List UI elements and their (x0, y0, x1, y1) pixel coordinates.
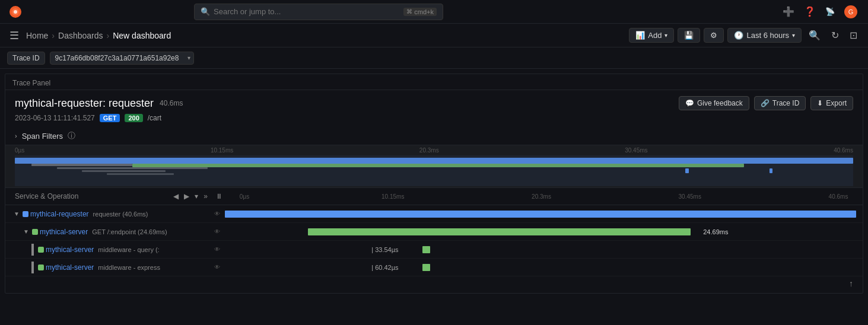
export-button[interactable]: ⬇ Export (810, 96, 853, 110)
pause-button[interactable]: ⏸ (213, 192, 225, 201)
save-button[interactable]: 💾 (678, 28, 700, 43)
give-feedback-button[interactable]: 💬 Give feedback (679, 96, 749, 110)
service-color-dot-3 (38, 247, 44, 253)
tick-4: 40.6ms (834, 147, 853, 154)
trace-row-bar-1 (225, 205, 863, 222)
panel-path: /cart (148, 114, 161, 122)
time-range-button[interactable]: 🕐 Last 6 hours ▾ (727, 28, 802, 43)
avatar: G (844, 5, 857, 18)
minimap-canvas (15, 155, 853, 186)
trace-id-button[interactable]: 🔗 Trace ID (754, 96, 806, 110)
breadcrumb: Home › Dashboards › New dashboard (26, 31, 171, 40)
span-bar-1 (225, 211, 856, 218)
add-topbar-button[interactable]: ➕ (779, 4, 798, 20)
feedback-icon: 💬 (685, 99, 694, 107)
indent-bar-4 (31, 262, 34, 273)
trace-id-label: Trace ID (772, 99, 800, 107)
shortcut-icon: ⌘ (406, 8, 412, 15)
breadcrumb-dashboards[interactable]: Dashboards (58, 31, 103, 40)
service-color-dot-2 (32, 229, 38, 235)
export-label: Export (826, 99, 847, 107)
expand-button[interactable]: ⊡ (846, 28, 861, 43)
eye-icon-2[interactable]: 👁 (214, 228, 220, 235)
breadcrumb-home[interactable]: Home (26, 31, 48, 40)
service-name-2: mythical-server (40, 228, 88, 236)
service-color-dot-4 (38, 265, 44, 270)
breadcrumb-sep-1: › (52, 31, 55, 40)
timeline-tick-2: 20.3ms (527, 193, 557, 200)
chevron-down-icon: ▾ (664, 32, 667, 39)
col-controls: ◀ ▶ ▾ » (171, 192, 209, 201)
feedback-label: Give feedback (697, 99, 743, 107)
panel-duration: 40.6ms (160, 99, 183, 107)
save-icon: 💾 (684, 31, 694, 40)
gear-icon: ⚙ (710, 31, 717, 40)
avatar-button[interactable]: G (841, 3, 861, 21)
main-content: Trace Panel mythical-requester: requeste… (0, 74, 868, 294)
col-ctrl-right[interactable]: ▶ (182, 192, 191, 201)
collapse-btn-2[interactable]: ▼ (22, 228, 30, 235)
eye-icon-1[interactable]: 👁 (214, 211, 220, 217)
col-ctrl-left[interactable]: ◀ (171, 192, 180, 201)
trace-id-filter-label: Trace ID (7, 52, 45, 65)
service-op-1: requester (40.6ms) (93, 211, 148, 218)
eye-icon-3[interactable]: 👁 (214, 246, 220, 253)
eye-icon-4[interactable]: 👁 (214, 264, 220, 270)
timeline-tick-0: 0µs (230, 193, 259, 200)
help-button[interactable]: ❓ (800, 4, 819, 20)
service-op-2: GET /:endpoint (24.69ms) (92, 228, 167, 235)
menu-button[interactable]: ☰ (7, 27, 21, 44)
tick-3: 30.45ms (625, 147, 647, 154)
service-op-3: middleware - query (: (98, 246, 159, 253)
add-button[interactable]: 📊 Add ▾ (629, 28, 674, 43)
panel-wrapper: Trace Panel mythical-requester: requeste… (5, 74, 863, 294)
chart-icon: 📊 (635, 31, 645, 40)
search-shortcut: ⌘ cmd+k (403, 8, 437, 16)
breadcrumb-sep-2: › (107, 31, 110, 40)
tick-0: 0µs (15, 147, 24, 154)
topbar-right: ➕ ❓ 📡 G (779, 3, 861, 21)
panel-meta: 2023-06-13 11:11:41.527 GET 200 /cart (5, 113, 863, 127)
svg-point-2 (14, 10, 17, 14)
export-icon: ⬇ (817, 99, 823, 107)
trace-row-bar-3: | 33.54µs (225, 241, 863, 258)
scroll-indicator: ↑ (5, 276, 863, 288)
panel-actions: 💬 Give feedback 🔗 Trace ID ⬇ Export (679, 96, 853, 110)
col-ctrl-down[interactable]: ▾ (193, 192, 200, 201)
service-op-4: middleware - express (98, 264, 160, 271)
time-range-label: Last 6 hours (746, 31, 789, 40)
span-bar-2 (308, 228, 691, 235)
panel-header-label: Trace Panel (12, 79, 50, 87)
table-row: ▼ mythical-server GET /:endpoint (24.69m… (5, 223, 863, 241)
col-ctrl-end[interactable]: » (202, 192, 209, 201)
news-button[interactable]: 📡 (822, 5, 838, 18)
tick-1: 10.15ms (211, 147, 233, 154)
filterbar: Trace ID 9c17a66db08f27c3a1a0771a651a92e… (0, 47, 868, 69)
span-filters-expand[interactable]: › (15, 132, 17, 139)
service-name-1: mythical-requester (30, 210, 89, 218)
collapse-btn-1[interactable]: ▼ (12, 211, 21, 217)
zoom-out-button[interactable]: 🔍 (805, 28, 824, 43)
trace-row-service-4: mythical-server middleware - express 👁 (5, 262, 225, 273)
trace-id-select[interactable]: 9c17a66db08f27c3a1a0771a651a92e8 (50, 52, 194, 65)
refresh-button[interactable]: ↻ (828, 28, 842, 43)
table-row: mythical-server middleware - express 👁 |… (5, 259, 863, 276)
chevron-down-icon-2: ▾ (792, 32, 795, 39)
span-label-4: | 60.42µs (371, 264, 398, 271)
service-name-3: mythical-server (46, 246, 94, 254)
search-bar[interactable]: 🔍 ⌘ cmd+k (194, 4, 443, 20)
col-service-label: Service & Operation (15, 192, 78, 200)
search-icon: 🔍 (201, 7, 210, 16)
settings-button[interactable]: ⚙ (704, 28, 724, 43)
clock-icon: 🕐 (734, 31, 743, 40)
search-input[interactable] (214, 7, 400, 16)
trace-id-select-wrap[interactable]: 9c17a66db08f27c3a1a0771a651a92e8 (50, 52, 194, 65)
trace-row-service-1: ▼ mythical-requester requester (40.6ms) … (5, 210, 225, 218)
span-bar-4 (422, 264, 430, 271)
span-label-2: 24.69ms (703, 228, 728, 235)
nav-right: 📊 Add ▾ 💾 ⚙ 🕐 Last 6 hours ▾ 🔍 ↻ ⊡ (629, 28, 861, 43)
trace-row-bar-2: 24.69ms (225, 223, 863, 240)
minimap-selection (15, 155, 853, 186)
info-icon[interactable]: ⓘ (68, 130, 75, 141)
shortcut-key: cmd+k (414, 8, 434, 15)
